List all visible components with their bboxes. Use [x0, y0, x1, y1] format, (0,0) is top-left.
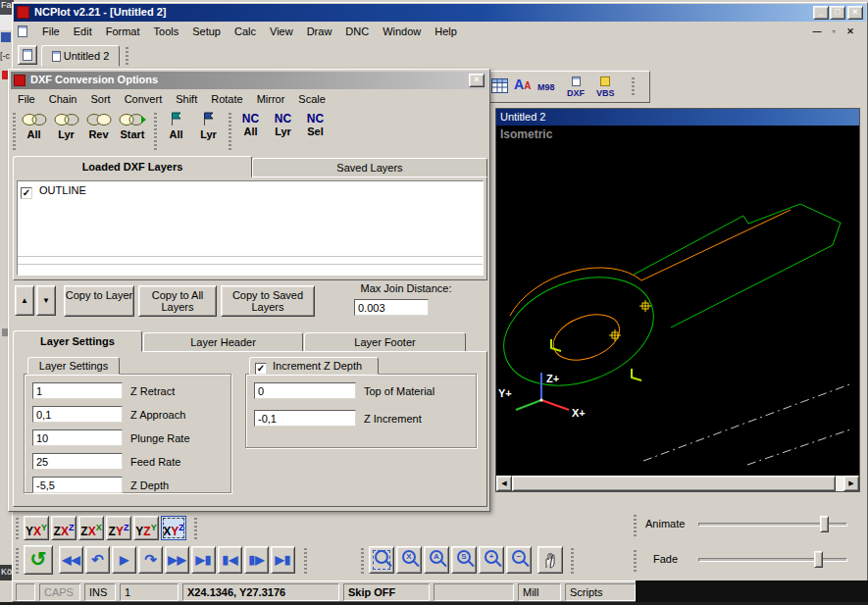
tab-untitled-2[interactable]: Untitled 2 — [41, 45, 120, 67]
restore-button[interactable]: □ — [830, 6, 845, 20]
chain-reverse-button[interactable]: Rev — [83, 110, 114, 152]
view-toolbar-grip[interactable] — [16, 518, 19, 539]
zoom-scale-button[interactable]: S — [451, 546, 477, 574]
view-button-zx[interactable]: ZXX — [78, 516, 104, 540]
tab-layer-settings[interactable]: Layer Settings — [13, 330, 142, 352]
view-button-isometric-selected[interactable]: XYZ — [161, 516, 186, 540]
feed-rate-input[interactable] — [32, 453, 123, 470]
skip-to-start-button[interactable]: ▮◀ — [218, 546, 242, 574]
nc-selected-button[interactable]: NC Sel — [300, 110, 331, 152]
play-button[interactable]: ▶ — [112, 546, 136, 574]
tabbar-grip[interactable] — [126, 47, 128, 65]
chain-start-button[interactable]: Start — [116, 110, 149, 152]
top-toolbar-grip[interactable] — [632, 77, 635, 97]
fade-slider-handle[interactable] — [814, 551, 823, 568]
zoom-out-button[interactable]: − — [506, 546, 532, 574]
dxf-button[interactable]: DXF — [567, 76, 585, 98]
increment-z-depth-toggle[interactable]: ✓ Increment Z Depth — [249, 357, 379, 375]
step-end-button[interactable]: ▮▶ — [244, 546, 269, 574]
step-forward-button[interactable]: ↷ — [138, 546, 163, 574]
menu-window[interactable]: Window — [376, 23, 428, 40]
fonts-icon[interactable]: AA — [514, 76, 531, 92]
view-button-xy[interactable]: YXY — [24, 516, 49, 540]
scroll-left-button[interactable]: ◀ — [496, 476, 512, 491]
z-increment-input[interactable] — [254, 410, 356, 427]
viewport-canvas[interactable]: Isometric — [496, 126, 859, 476]
menu-dnc[interactable]: DNC — [338, 23, 376, 40]
z-depth-input[interactable] — [32, 477, 123, 493]
max-join-distance-input[interactable] — [354, 299, 429, 316]
zoom-in-button[interactable]: + — [479, 546, 504, 574]
view-toolbar-end-grip[interactable] — [194, 518, 197, 539]
zoom-all-button[interactable]: A — [424, 546, 449, 574]
status-skip[interactable]: Skip OFF — [343, 583, 430, 601]
zoom-toolbar-end-grip[interactable] — [571, 548, 574, 574]
dialog-toolbar-grip[interactable] — [13, 113, 16, 150]
dialog-menu-sort[interactable]: Sort — [83, 91, 117, 107]
view-button-xz[interactable]: ZXZ — [51, 516, 77, 540]
tab-saved-layers[interactable]: Saved Layers — [252, 158, 487, 177]
dialog-menu-file[interactable]: File — [11, 91, 42, 107]
zoom-toolbar-grip[interactable] — [361, 548, 364, 574]
move-layer-down-button[interactable]: ▼ — [36, 285, 56, 316]
tab-layer-header[interactable]: Layer Header — [143, 332, 303, 352]
copy-to-saved-layers-button[interactable]: Copy to Saved Layers — [221, 285, 315, 317]
status-machine-mode[interactable]: Mill — [518, 583, 561, 601]
m98-button[interactable]: M98 — [537, 80, 555, 92]
tab-loaded-dxf-layers[interactable]: Loaded DXF Layers — [13, 156, 252, 177]
mdi-close-button[interactable]: ✕ — [842, 26, 858, 40]
dialog-title-bar[interactable]: DXF Conversion Options × — [11, 72, 487, 89]
z-approach-input[interactable] — [32, 406, 123, 423]
fade-grip[interactable] — [634, 550, 637, 572]
menu-edit[interactable]: Edit — [67, 23, 99, 40]
menu-tools[interactable]: Tools — [147, 23, 186, 40]
zoom-extents-button[interactable]: X — [396, 546, 422, 574]
view-button-yz[interactable]: ZYZ — [106, 516, 131, 540]
document-icon[interactable] — [18, 25, 27, 37]
nc-all-button[interactable]: NC All — [235, 110, 266, 152]
fade-slider-track[interactable] — [698, 558, 847, 562]
step-back-button[interactable]: ↶ — [85, 546, 110, 574]
rewind-button[interactable]: ◀◀ — [59, 546, 83, 574]
layer-list[interactable]: ✓ OUTLINE — [17, 180, 484, 276]
menu-draw[interactable]: Draw — [300, 23, 339, 40]
animate-grip[interactable] — [634, 515, 637, 536]
menu-format[interactable]: Format — [99, 23, 147, 40]
flag-all-button[interactable]: All — [161, 110, 191, 152]
close-button[interactable]: × — [847, 6, 863, 20]
mdi-minimize-button[interactable]: — — [809, 26, 825, 40]
dialog-menu-chain[interactable]: Chain — [42, 91, 84, 107]
copy-to-layer-button[interactable]: Copy to Layer — [64, 285, 134, 317]
dialog-menu-rotate[interactable]: Rotate — [204, 91, 249, 107]
view-button-zy[interactable]: YZY — [133, 516, 159, 540]
scroll-right-button[interactable]: ▶ — [843, 476, 859, 491]
dialog-menu-scale[interactable]: Scale — [291, 91, 332, 107]
zoom-window-button[interactable] — [369, 546, 394, 574]
nc-layer-button[interactable]: NC Lyr — [268, 110, 298, 152]
chain-layer-button[interactable]: Lyr — [51, 110, 81, 152]
menu-file[interactable]: File — [35, 23, 67, 40]
mdi-restore-button[interactable]: ▫ — [826, 26, 842, 40]
dialog-close-button[interactable]: × — [469, 74, 485, 87]
restart-button[interactable]: ↺ — [24, 545, 53, 575]
layer-checkbox[interactable]: ✓ — [21, 187, 32, 199]
vbs-button[interactable]: VBS — [596, 76, 615, 98]
plunge-rate-input[interactable] — [32, 429, 123, 446]
dialog-menu-shift[interactable]: Shift — [169, 91, 204, 107]
run-to-end-button[interactable]: ▶▮ — [271, 546, 295, 574]
title-bar[interactable]: NCPlot v2.21 - [Untitled 2] _ □ × — [14, 4, 866, 22]
menu-setup[interactable]: Setup — [185, 23, 228, 40]
dialog-menu-convert[interactable]: Convert — [118, 91, 170, 107]
scroll-thumb[interactable] — [512, 476, 836, 491]
chain-all-button[interactable]: All — [19, 110, 49, 152]
playback-end-grip[interactable] — [304, 548, 307, 574]
menu-help[interactable]: Help — [428, 23, 464, 40]
move-layer-up-button[interactable]: ▲ — [15, 285, 34, 316]
increment-checkbox[interactable]: ✓ — [255, 363, 267, 375]
animate-slider-handle[interactable] — [820, 516, 829, 532]
viewport-title-bar[interactable]: Untitled 2 — [496, 109, 859, 126]
flag-layer-button[interactable]: Lyr — [193, 110, 224, 152]
playback-grip[interactable] — [16, 548, 19, 574]
top-of-material-input[interactable] — [254, 382, 356, 399]
dialog-menu-mirror[interactable]: Mirror — [250, 91, 292, 107]
